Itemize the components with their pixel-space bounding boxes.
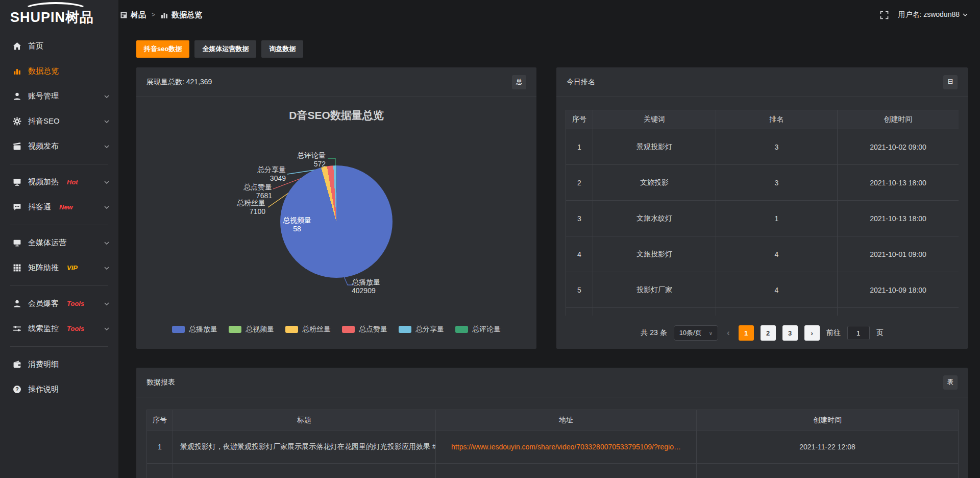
tab-omnimedia-data[interactable]: 全媒体运营数据: [194, 40, 256, 58]
cell-keyword: 文旅投影: [593, 165, 716, 201]
topbar-right: 用户名: zswodun88: [880, 10, 968, 19]
page-button-1[interactable]: 1: [739, 325, 754, 341]
sidebar-item-label: 矩阵助推: [28, 263, 59, 273]
tab-douyin-seo-data[interactable]: 抖音seo数据: [136, 40, 189, 58]
callout-label: 总点赞量: [243, 183, 272, 192]
table-row[interactable]: 2 文旅投影 3 2021-10-13 18:00: [566, 165, 959, 201]
chevron-down-icon: [104, 145, 109, 148]
vip-badge: VIP: [67, 264, 78, 272]
tab-inquiry-data[interactable]: 询盘数据: [261, 40, 303, 58]
table-toggle-button[interactable]: 表: [943, 375, 958, 390]
total-toggle-button[interactable]: 总: [512, 75, 526, 89]
sidebar-divider: [10, 346, 108, 347]
pie-callout-fans: 总粉丝量 7100: [237, 199, 265, 216]
legend-label: 总评论量: [472, 325, 501, 334]
cell-index: 1: [566, 129, 593, 165]
legend-item-fans[interactable]: 总粉丝量: [285, 325, 331, 334]
sidebar-item-label: 消费明细: [28, 360, 59, 369]
grid-icon: [12, 264, 21, 273]
sidebar-item-member-burst[interactable]: 会员爆客 Tools: [0, 291, 118, 316]
goto-label: 前往: [826, 328, 841, 338]
data-report-panel: 数据报表 表 序号 标题 地址 创建时间 1 景观投影灯，夜游景观投影灯: [136, 368, 968, 478]
chevron-down-icon: [104, 327, 109, 330]
sidebar-item-omnimedia[interactable]: 全媒体运营: [0, 230, 118, 255]
username-label: 用户名: zswodun88: [898, 10, 960, 19]
svg-text:?: ?: [15, 386, 18, 392]
column-header: 序号: [566, 110, 593, 129]
bar-chart-icon: [12, 67, 21, 76]
callout-value: 7100: [237, 207, 265, 216]
user-menu[interactable]: 用户名: zswodun88: [898, 10, 968, 19]
sidebar-divider: [10, 285, 108, 286]
table-row[interactable]: 1 景观投影灯 3 2021-10-02 09:00: [566, 129, 959, 165]
legend-swatch: [455, 326, 468, 333]
next-page-button[interactable]: ›: [804, 325, 820, 341]
table-row[interactable]: 5 投影灯厂家 4 2021-10-09 18:00: [566, 272, 959, 308]
cell-keyword: 投影灯厂家: [593, 272, 716, 308]
table-header-row: 序号 关键词 排名 创建时间: [566, 110, 959, 129]
sidebar-item-instructions[interactable]: ? 操作说明: [0, 377, 118, 402]
cell-created: 2021-11-22 12:08: [697, 431, 959, 464]
legend-item-videos[interactable]: 总视频量: [229, 325, 274, 334]
page-size-select[interactable]: 10条/页 ∨: [674, 325, 718, 341]
column-header: 关键词: [593, 110, 716, 129]
breadcrumb-separator: >: [152, 11, 155, 18]
sidebar-item-home[interactable]: 首页: [0, 34, 118, 59]
report-panel-title: 数据报表: [146, 378, 175, 387]
cell-video-link[interactable]: https://www.iesdouyin.com/share/video/70…: [436, 431, 697, 464]
legend-item-likes[interactable]: 总点赞量: [342, 325, 387, 334]
table-row[interactable]: 4 文旅投影灯 4 2021-10-01 09:00: [566, 236, 959, 272]
logo-arc-decoration: [23, 2, 88, 17]
hot-badge: Hot: [67, 178, 78, 186]
day-toggle-button[interactable]: 日: [943, 75, 958, 89]
sidebar-item-label: 数据总览: [28, 66, 59, 76]
column-header: 标题: [173, 410, 436, 431]
sidebar-item-label: 首页: [28, 41, 43, 51]
chevron-down-icon: [104, 267, 109, 270]
breadcrumb-item[interactable]: 树品: [131, 10, 146, 20]
page-button-2[interactable]: 2: [761, 325, 776, 341]
sidebar-item-account[interactable]: 账号管理: [0, 84, 118, 109]
chat-icon: [12, 203, 21, 212]
breadcrumb-item-current[interactable]: 数据总览: [172, 10, 202, 20]
tools-badge: Tools: [67, 325, 84, 332]
sidebar-item-expense-detail[interactable]: 消费明细: [0, 352, 118, 377]
cell-title: 景观投影灯，夜游景观投影灯厂家展示展示落花灯在花园里的灯光投影应用效果 #: [173, 431, 436, 464]
sidebar-item-video-heat[interactable]: 视频加热 Hot: [0, 170, 118, 195]
sidebar-item-label: 操作说明: [28, 385, 59, 394]
pie-callout-shares: 总分享量 3049: [257, 165, 286, 183]
legend-swatch: [285, 326, 298, 333]
cell-index: 1: [147, 431, 173, 464]
fullscreen-icon[interactable]: [880, 11, 889, 19]
cell-rank: 4: [716, 236, 838, 272]
user-icon: [12, 92, 21, 101]
goto-page-input[interactable]: [847, 326, 870, 340]
pie-callout-comments: 总评论量 572: [297, 151, 326, 169]
sidebar-item-doketong[interactable]: 抖客通 New: [0, 195, 118, 220]
legend-item-comments[interactable]: 总评论量: [455, 325, 501, 334]
tools-badge: Tools: [67, 300, 84, 307]
legend-item-plays[interactable]: 总播放量: [172, 325, 217, 334]
pagination-total: 共 23 条: [641, 328, 667, 338]
legend-label: 总分享量: [415, 325, 444, 334]
cell-created: 2021-10-13 18:00: [838, 165, 959, 201]
cell-rank: 1: [716, 201, 838, 236]
prev-page-button[interactable]: ‹: [725, 328, 732, 338]
chevron-down-icon: ∨: [709, 330, 713, 336]
table-row[interactable]: 3 文旅水纹灯 1 2021-10-13 18:00: [566, 201, 959, 236]
cell-rank: 3: [716, 129, 838, 165]
column-header: 地址: [436, 410, 697, 431]
sidebar-item-video-publish[interactable]: 视频发布: [0, 134, 118, 159]
legend-item-shares[interactable]: 总分享量: [399, 325, 444, 334]
sidebar-item-matrix-boost[interactable]: 矩阵助推 VIP: [0, 255, 118, 280]
sidebar-item-douyin-seo[interactable]: 抖音SEO: [0, 109, 118, 134]
breadcrumb: 树品 > 数据总览: [120, 10, 202, 20]
sidebar-item-label: 全媒体运营: [28, 238, 66, 248]
sidebar-item-data-overview[interactable]: 数据总览: [0, 59, 118, 84]
table-row[interactable]: 1 景观投影灯，夜游景观投影灯厂家展示展示落花灯在花园里的灯光投影应用效果 # …: [147, 431, 959, 464]
monitor-icon: [12, 238, 21, 248]
page-button-3[interactable]: 3: [782, 325, 798, 341]
app-logo: SHUPIN树品: [0, 0, 118, 31]
sidebar-item-lead-monitor[interactable]: 线索监控 Tools: [0, 316, 118, 341]
sidebar-item-label: 视频发布: [28, 141, 59, 151]
